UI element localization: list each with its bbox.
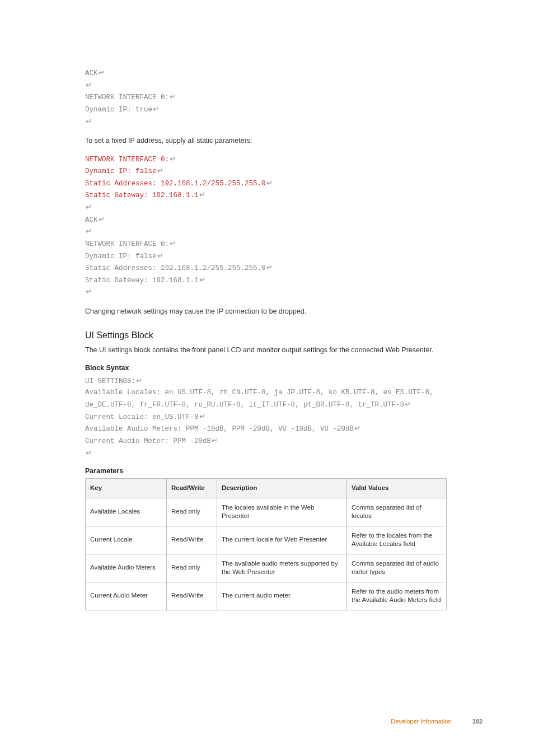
carriage-return-icon: ↵ [85, 81, 92, 89]
code-block-ui-settings: UI SETTINGS:↵Available Locales: en_US.UT… [85, 375, 447, 459]
carriage-return-icon: ↵ [85, 118, 92, 125]
table-cell: Refer to the locales from the Available … [347, 526, 447, 554]
heading-block-syntax: Block Syntax [85, 364, 447, 372]
th-description: Description [217, 479, 347, 498]
table-cell: Available Locales [86, 498, 167, 526]
code-line: ACK↵ [85, 214, 447, 226]
carriage-return-icon: ↵ [85, 288, 92, 296]
code-line: Static Gateway: 192.168.1.1↵ [85, 189, 447, 202]
carriage-return-icon: ↵ [157, 167, 163, 175]
code-line: ↵ [85, 80, 447, 92]
paragraph-network-drop: Changing network settings may cause the … [85, 306, 447, 317]
code-line: Static Gateway: 192.168.1.1↵ [85, 274, 447, 287]
code-line: NETWORK INTERFACE 0:↵ [85, 91, 447, 104]
carriage-return-icon: ↵ [169, 155, 176, 163]
carriage-return-icon: ↵ [354, 424, 360, 432]
table-cell: The current locale for Web Presenter [217, 526, 347, 554]
heading-ui-settings-block: UI Settings Block [85, 330, 447, 340]
carriage-return-icon: ↵ [135, 377, 142, 385]
carriage-return-icon: ↵ [266, 179, 273, 187]
code-line: ↵ [85, 202, 447, 214]
table-cell: Comma separated list of audio meter type… [347, 554, 447, 582]
table-row: Current Audio MeterRead/WriteThe current… [86, 582, 447, 610]
carriage-return-icon: ↵ [157, 252, 163, 260]
table-header-row: Key Read/Write Description Valid Values [86, 479, 447, 498]
carriage-return-icon: ↵ [85, 203, 92, 211]
table-cell: Read only [167, 554, 217, 582]
code-line: ↵ [85, 116, 447, 128]
code-line: ↵ [85, 226, 447, 238]
table-cell: Comma separated list of locales [347, 498, 447, 526]
th-key: Key [86, 479, 167, 498]
carriage-return-icon: ↵ [199, 276, 205, 284]
table-cell: Current Locale [86, 526, 167, 554]
code-line: Static Addresses: 192.168.1.2/255.255.25… [85, 178, 447, 190]
th-valid-values: Valid Values [347, 479, 447, 498]
carriage-return-icon: ↵ [199, 191, 205, 199]
table-cell: The locales available in the Web Present… [217, 498, 347, 526]
th-readwrite: Read/Write [167, 479, 217, 498]
table-cell: Available Audio Meters [86, 554, 167, 582]
code-line: Available Audio Meters: PPM -18dB, PPM -… [85, 423, 447, 435]
code-line: Current Locale: en_US.UTF-8↵ [85, 411, 447, 423]
table-row: Available Audio MetersRead onlyThe avail… [86, 554, 447, 582]
code-line: Current Audio Meter: PPM -20dB↵ [85, 435, 447, 447]
page-footer: Developer Information 182 [391, 718, 483, 725]
carriage-return-icon: ↵ [211, 437, 218, 445]
table-cell: Read/Write [167, 582, 217, 610]
code-block-static-ip: NETWORK INTERFACE 0:↵Dynamic IP: false↵S… [85, 153, 447, 299]
table-cell: Read only [167, 498, 217, 526]
table-cell: Read/Write [167, 526, 217, 554]
table-cell: The current audio meter [217, 582, 347, 610]
paragraph-set-fixed-ip: To set a fixed IP address, supply all st… [85, 136, 447, 146]
code-line: ↵ [85, 286, 447, 298]
carriage-return-icon: ↵ [169, 93, 176, 101]
carriage-return-icon: ↵ [404, 400, 411, 408]
paragraph-ui-settings-desc: The UI settings block contains the front… [85, 345, 447, 356]
code-line: NETWORK INTERFACE 0:↵ [85, 238, 447, 250]
code-line: Dynamic IP: true↵ [85, 104, 447, 116]
carriage-return-icon: ↵ [266, 264, 273, 272]
code-line: ↵ [85, 447, 447, 460]
footer-page-number: 182 [472, 718, 483, 725]
carriage-return-icon: ↵ [152, 105, 159, 113]
carriage-return-icon: ↵ [85, 227, 92, 235]
carriage-return-icon: ↵ [85, 449, 92, 457]
code-block-ack-dynamic: ACK↵↵NETWORK INTERFACE 0:↵Dynamic IP: tr… [85, 67, 447, 128]
table-cell: Refer to the audio meters from the Avail… [347, 582, 447, 610]
carriage-return-icon: ↵ [98, 216, 105, 223]
carriage-return-icon: ↵ [98, 69, 105, 77]
code-line: Static Addresses: 192.168.1.2/255.255.25… [85, 262, 447, 274]
code-line: UI SETTINGS:↵ [85, 375, 447, 388]
table-cell: Current Audio Meter [86, 582, 167, 610]
code-line: Dynamic IP: false↵ [85, 165, 447, 178]
code-line: ACK↵ [85, 67, 447, 80]
carriage-return-icon: ↵ [199, 413, 205, 421]
carriage-return-icon: ↵ [169, 240, 176, 248]
code-line: Dynamic IP: false↵ [85, 250, 447, 263]
table-row: Available LocalesRead onlyThe locales av… [86, 498, 447, 526]
heading-parameters: Parameters [85, 467, 447, 475]
table-row: Current LocaleRead/WriteThe current loca… [86, 526, 447, 554]
table-cell: The available audio meters supported by … [217, 554, 347, 582]
code-line: NETWORK INTERFACE 0:↵ [85, 153, 447, 166]
code-line: Available Locales: en_US.UTF-8, zh_CN.UT… [85, 387, 447, 410]
parameters-table: Key Read/Write Description Valid Values … [85, 478, 447, 610]
footer-section: Developer Information [391, 718, 451, 725]
